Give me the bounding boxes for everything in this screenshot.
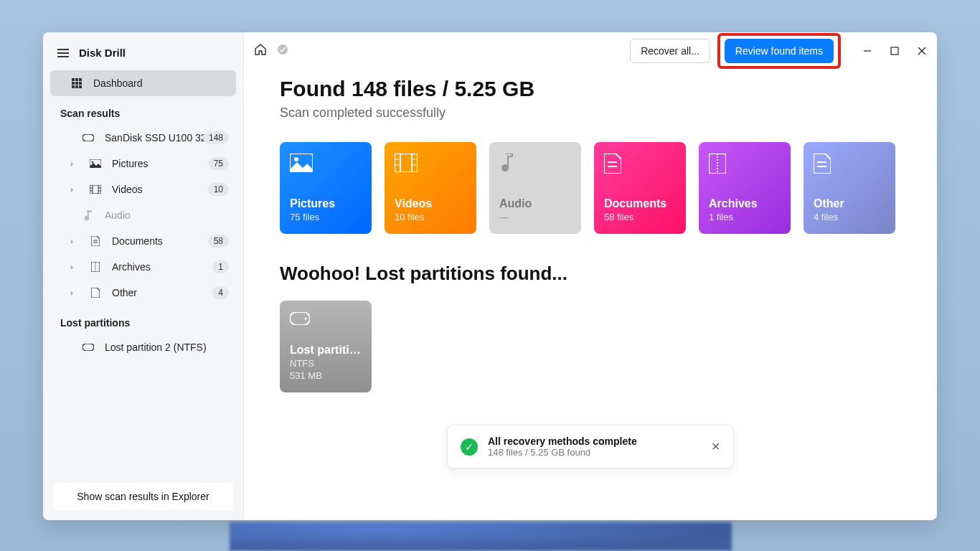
section-scan-results: Scan results <box>50 96 236 125</box>
film-icon <box>89 185 102 194</box>
svg-point-47 <box>305 318 307 320</box>
nav-pictures[interactable]: › Pictures 75 <box>50 151 236 176</box>
nav-label: Pictures <box>112 158 149 169</box>
nav-label: Audio <box>105 209 131 221</box>
music-note-icon <box>499 154 571 181</box>
archive-icon <box>709 154 781 181</box>
count-badge: 4 <box>212 286 229 299</box>
nav-other[interactable]: › Other 4 <box>50 280 236 306</box>
tile-count: 10 files <box>395 212 466 222</box>
count-badge: 58 <box>208 235 229 248</box>
hamburger-menu-icon[interactable] <box>57 49 69 57</box>
picture-icon <box>89 159 102 168</box>
svg-rect-0 <box>72 78 75 81</box>
toast-title: All recovery methods complete <box>488 435 637 447</box>
completion-toast: ✓ All recovery methods complete 148 file… <box>447 425 734 468</box>
chevron-right-icon: › <box>70 263 79 271</box>
content-area: Found 148 files / 5.25 GB Scan completed… <box>244 70 937 457</box>
svg-rect-3 <box>72 82 75 85</box>
nav-archives[interactable]: › Archives 1 <box>50 254 236 280</box>
nav-label: Documents <box>112 235 163 247</box>
app-title: Disk Drill <box>79 47 126 59</box>
svg-rect-24 <box>83 344 94 351</box>
tile-count: — <box>499 212 571 222</box>
review-found-items-button[interactable]: Review found items <box>725 39 834 63</box>
svg-point-11 <box>92 161 94 164</box>
tile-videos[interactable]: Videos 10 files <box>385 142 476 234</box>
chevron-right-icon: › <box>70 185 79 194</box>
tile-audio[interactable]: Audio — <box>489 142 581 234</box>
tile-title: Audio <box>499 197 571 210</box>
tile-title: Other <box>814 197 885 210</box>
svg-rect-46 <box>290 312 310 325</box>
chevron-right-icon: › <box>70 288 79 297</box>
nav-label: Videos <box>112 184 143 195</box>
count-badge: 148 <box>203 131 229 144</box>
tile-pictures[interactable]: Pictures 75 files <box>280 142 372 234</box>
tile-other[interactable]: Other 4 files <box>804 142 895 234</box>
picture-icon <box>290 154 362 181</box>
nav-label: Lost partition 2 (NTFS) <box>105 342 207 353</box>
category-tiles: Pictures 75 files Videos 10 files Audio … <box>280 142 901 234</box>
tile-archives[interactable]: Archives 1 files <box>699 142 791 234</box>
count-badge: 75 <box>208 157 229 170</box>
show-in-explorer-button[interactable]: Show scan results in Explorer <box>53 483 233 510</box>
recover-all-button[interactable]: Recover all... <box>630 39 710 63</box>
svg-rect-1 <box>75 78 78 81</box>
svg-rect-6 <box>72 85 75 88</box>
svg-rect-4 <box>75 82 78 85</box>
nav-audio[interactable]: Audio <box>50 202 236 228</box>
home-icon[interactable] <box>254 43 267 59</box>
count-badge: 1 <box>212 260 229 273</box>
drive-icon <box>82 134 95 141</box>
svg-point-31 <box>294 157 298 161</box>
document-icon <box>604 154 676 181</box>
svg-point-25 <box>278 44 288 55</box>
nav-label: Dashboard <box>93 77 143 89</box>
tile-fs-type: NTFS <box>290 358 362 369</box>
partition-tiles: Lost partitio... NTFS 531 MB <box>280 301 901 392</box>
nav-documents[interactable]: › Documents 58 <box>50 228 236 254</box>
tile-title: Documents <box>604 197 676 210</box>
minimize-button[interactable] <box>862 46 872 56</box>
app-window: Disk Drill Dashboard Scan results SanDis… <box>43 32 937 520</box>
nav-videos[interactable]: › Videos 10 <box>50 176 236 202</box>
check-circle-icon[interactable] <box>277 44 288 58</box>
tile-title: Videos <box>395 197 466 210</box>
file-icon <box>814 154 885 181</box>
svg-rect-12 <box>90 185 101 194</box>
nav-label: Archives <box>112 261 151 273</box>
tile-title: Lost partitio... <box>290 344 362 357</box>
svg-rect-9 <box>83 134 94 141</box>
chevron-right-icon: › <box>70 159 79 168</box>
sidebar: Disk Drill Dashboard Scan results SanDis… <box>43 32 244 520</box>
scan-status-text: Scan completed successfully <box>280 105 901 121</box>
check-icon: ✓ <box>461 438 478 456</box>
maximize-button[interactable] <box>890 46 900 56</box>
tile-count: 1 files <box>709 212 781 222</box>
headline-lost-partitions: Woohoo! Lost partitions found... <box>280 263 901 285</box>
tile-count: 4 files <box>814 212 885 222</box>
tile-count: 75 files <box>290 212 362 222</box>
nav-dashboard[interactable]: Dashboard <box>50 70 236 96</box>
count-badge: 10 <box>208 183 229 196</box>
tile-documents[interactable]: Documents 58 files <box>594 142 686 234</box>
svg-rect-32 <box>395 154 418 172</box>
nav-lost-partition-2[interactable]: Lost partition 2 (NTFS) <box>50 334 236 360</box>
sidebar-footer: Show scan results in Explorer <box>50 480 236 513</box>
tile-title: Pictures <box>290 197 362 210</box>
window-controls <box>862 46 927 56</box>
svg-rect-2 <box>79 78 82 81</box>
toast-subtitle: 148 files / 5.25 GB found <box>488 447 637 458</box>
svg-rect-27 <box>891 47 898 55</box>
close-button[interactable] <box>917 46 927 56</box>
svg-rect-8 <box>79 85 82 88</box>
nav-drive-sandisk[interactable]: SanDisk SSD U100 32GB 148 <box>50 125 236 151</box>
toast-close-button[interactable]: ✕ <box>711 440 720 453</box>
main-panel: Recover all... Review found items Found … <box>244 32 937 520</box>
document-icon <box>89 236 102 246</box>
tile-count: 58 files <box>604 212 676 222</box>
tile-title: Archives <box>709 197 781 210</box>
highlighted-review-button: Review found items <box>717 33 841 69</box>
tile-lost-partition-2[interactable]: Lost partitio... NTFS 531 MB <box>280 301 372 392</box>
